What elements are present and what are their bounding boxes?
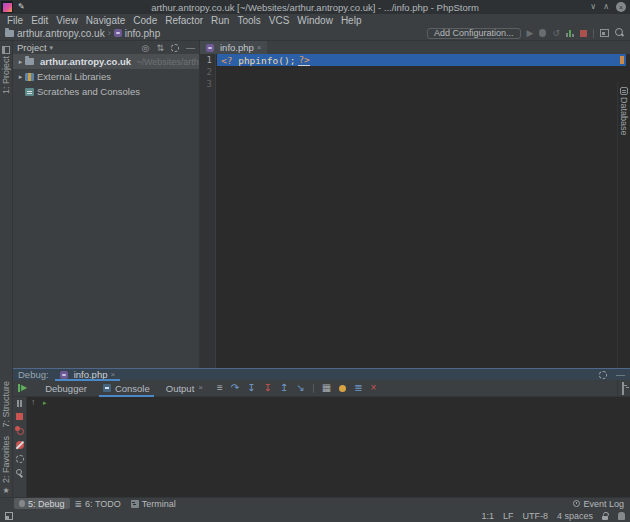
window-title: arthur.antropy.co.uk [~/Websites/arthur.… [0,2,630,13]
close-button[interactable]: × [616,2,626,12]
breadcrumb-file[interactable]: info.php [125,28,161,39]
gear-icon[interactable] [171,44,179,52]
expand-arrow-icon[interactable]: ▸ [16,73,25,81]
layout-settings-icon[interactable]: ≣ [354,383,362,393]
indent-setting[interactable]: 4 spaces [557,511,593,521]
line-separator[interactable]: LF [503,511,514,521]
tab-console[interactable]: Console [95,380,158,397]
toolwindow-toggle-icon[interactable] [5,512,13,520]
toolwindow-button-terminal[interactable]: Terminal [126,498,181,509]
menu-vcs[interactable]: VCS [265,15,294,26]
debug-icon[interactable] [539,29,546,37]
hide-panel-icon[interactable]: ― [616,370,625,380]
event-log-button[interactable]: Event Log [583,499,624,509]
readonly-lock-icon[interactable] [602,512,609,520]
editor-tab-label: info.php [220,42,254,53]
scratches-label: Scratches and Consoles [37,86,140,97]
code-line-selected[interactable]: <? phpinfo(); ?> [217,54,626,66]
step-out-icon[interactable]: ↥ [280,383,288,393]
view-breakpoints-icon[interactable] [15,426,24,435]
search-everywhere-icon[interactable] [615,28,625,38]
collapse-all-icon[interactable]: ⇅ [156,43,164,53]
toolwindow-button-debug[interactable]: 5: Debug [14,498,70,509]
maximize-button[interactable]: ∧ [603,3,609,11]
stripe-project-button[interactable]: 1: Project [1,56,11,94]
locate-file-icon[interactable]: ◎ [142,43,150,53]
code-editor[interactable]: 1 2 3 <? phpinfo(); ?> [200,54,630,368]
minimize-button[interactable]: ∨ [590,3,596,11]
folder-icon [25,58,34,65]
todo-list-icon: ≣ [75,499,83,509]
pin-icon[interactable] [16,469,24,478]
menu-view[interactable]: View [52,15,82,26]
step-into-icon[interactable]: ↧ [247,383,255,393]
stripe-structure-button[interactable]: 7: Structure [1,381,11,428]
show-execution-point-icon[interactable]: ≡ [217,383,223,393]
pause-icon[interactable] [17,400,23,407]
line-number[interactable]: 3 [200,78,215,90]
menu-help[interactable]: Help [337,15,366,26]
close-icon[interactable]: × [198,384,203,392]
stripe-favorites-button[interactable]: 2: Favorites [1,436,11,483]
editor-tab-info-php[interactable]: info.php × [200,41,267,54]
menu-run[interactable]: Run [207,15,233,26]
gear-icon[interactable] [599,371,607,379]
gear-icon[interactable] [16,455,24,463]
menu-file[interactable]: File [3,15,27,26]
run-to-cursor-icon[interactable]: ↘ [296,383,304,393]
evaluate-expression-icon[interactable]: ▦ [322,383,331,393]
force-step-into-icon[interactable]: ↧ [264,383,272,393]
project-view-selector[interactable]: Project [17,42,47,53]
toolwindow-button-todo[interactable]: ≣ 6: TODO [70,498,126,509]
menu-code[interactable]: Code [129,15,161,26]
menu-refactor[interactable]: Refactor [161,15,207,26]
remove-icon[interactable]: × [371,383,377,393]
profiler-icon[interactable] [566,29,574,37]
run-icon[interactable]: ▶ [527,29,534,38]
add-configuration-button[interactable]: Add Configuration... [427,28,521,39]
scroll-to-top-icon[interactable]: ↑ [31,398,36,407]
project-root-path: ~/Websites/arthur.antropy.co.uk [136,57,199,67]
step-over-icon[interactable]: ↷ [231,383,239,393]
hide-panel-icon[interactable]: ― [186,43,195,53]
console-output-area[interactable]: ↑ ▸ [27,397,630,497]
expand-arrow-icon[interactable]: ▸ [16,58,25,66]
breadcrumb-project[interactable]: arthur.antropy.co.uk [17,28,105,39]
menu-window[interactable]: Window [293,15,337,26]
close-icon[interactable]: × [110,371,115,379]
editor-gutter[interactable]: 1 2 3 [200,54,216,368]
tree-row-project-root[interactable]: ▸ arthur.antropy.co.uk ~/Websites/arthur… [13,54,199,69]
tool-windows-icon[interactable] [600,29,609,37]
tab-output[interactable]: Output × [158,380,211,397]
left-toolwindow-stripe: 1: Project 7: Structure 2: Favorites ★ [0,41,13,497]
tab-debugger[interactable]: Debugger [37,380,95,397]
file-encoding[interactable]: UTF-8 [522,511,548,521]
status-bar: 1:1 LF UTF-8 4 spaces [0,509,630,522]
menu-tools[interactable]: Tools [233,15,264,26]
stripe-database-button[interactable]: Database [619,97,629,136]
line-number[interactable]: 2 [200,66,215,78]
tab-output-label: Output [166,383,195,394]
command-line-icon[interactable] [622,382,624,395]
php-statement: phpinfo(); [232,55,295,66]
event-log-icon [573,500,580,507]
rerun-icon[interactable]: ▶ [18,384,27,392]
close-icon[interactable]: × [257,44,262,52]
line-number[interactable]: 1 [200,54,215,66]
stop-icon[interactable] [16,413,23,420]
toolwindow-todo-label: 6: TODO [85,499,121,509]
breakpoint-icon[interactable] [339,385,346,392]
project-panel-header: Project ▾ ◎ ⇅ ― [13,41,199,54]
tree-row-scratches[interactable]: Scratches and Consoles [13,84,199,99]
stop-icon[interactable] [580,30,587,37]
mute-breakpoints-icon[interactable] [16,441,24,449]
coverage-icon[interactable]: ↺ [552,29,560,38]
menu-edit[interactable]: Edit [27,15,52,26]
error-stripe-marker [620,56,624,64]
debug-side-toolbar [13,397,27,497]
inspections-hector-icon[interactable] [618,512,625,520]
tree-row-external-libraries[interactable]: ▸ External Libraries [13,69,199,84]
chevron-down-icon: ▾ [50,44,54,52]
menu-navigate[interactable]: Navigate [82,15,129,26]
caret-position[interactable]: 1:1 [481,511,494,521]
